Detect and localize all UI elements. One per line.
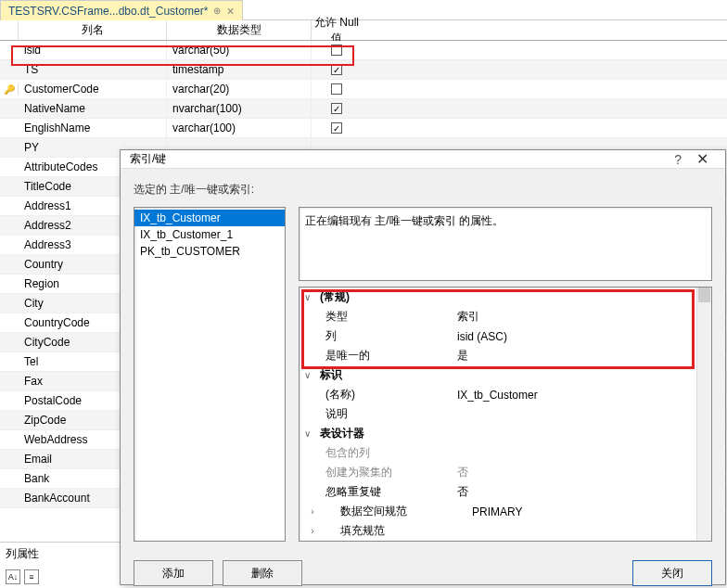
property-category: (常规) bbox=[314, 289, 350, 305]
header-allow-nulls[interactable]: 允许 Null 值 bbox=[312, 20, 362, 40]
chevron-right-icon[interactable]: › bbox=[300, 526, 314, 536]
property-key: 数据空间规范 bbox=[314, 504, 472, 519]
document-tab[interactable]: TESTSRV.CSFrame...dbo.dt_Customer* ⊕ × bbox=[0, 0, 243, 20]
description-box: 正在编辑现有 主/唯一键或索引 的属性。 bbox=[299, 207, 712, 281]
primary-key-icon: 🔑 bbox=[4, 84, 15, 95]
delete-button[interactable]: 删除 bbox=[223, 560, 302, 586]
property-row[interactable]: 类型索引 bbox=[300, 307, 711, 326]
property-key: 创建为聚集的 bbox=[300, 465, 457, 480]
header-data-type[interactable]: 数据类型 bbox=[167, 20, 312, 40]
cell-allow-nulls[interactable]: ✓ bbox=[312, 60, 362, 79]
cell-allow-nulls[interactable] bbox=[312, 41, 362, 59]
property-row[interactable]: 创建为聚集的否 bbox=[300, 463, 711, 482]
checkbox[interactable]: ✓ bbox=[331, 122, 342, 134]
cell-data-type[interactable]: nvarchar(100) bbox=[167, 99, 312, 118]
property-row[interactable]: 列isid (ASC) bbox=[300, 326, 711, 346]
index-list[interactable]: IX_tb_CustomerIX_tb_Customer_1PK_tb_CUST… bbox=[134, 207, 286, 542]
property-value[interactable]: 否 bbox=[457, 465, 711, 480]
list-label: 选定的 主/唯一键或索引: bbox=[134, 182, 712, 198]
add-button[interactable]: 添加 bbox=[134, 560, 213, 586]
cell-allow-nulls[interactable]: ✓ bbox=[312, 119, 362, 137]
cell-data-type[interactable]: varchar(100) bbox=[167, 119, 312, 137]
cell-data-type[interactable]: varchar(50) bbox=[167, 41, 312, 59]
chevron-down-icon[interactable]: ∨ bbox=[300, 370, 314, 380]
chevron-down-icon[interactable]: ∨ bbox=[300, 292, 314, 302]
tab-bar: TESTSRV.CSFrame...dbo.dt_Customer* ⊕ × bbox=[0, 0, 727, 20]
table-row[interactable]: isidvarchar(50) bbox=[0, 41, 727, 60]
property-row[interactable]: 忽略重复键否 bbox=[300, 482, 711, 502]
column-properties-panel: 列属性 A↓ ≡ bbox=[0, 542, 121, 588]
property-row[interactable]: (名称)IX_tb_Customer bbox=[300, 385, 711, 404]
help-icon[interactable]: ? bbox=[667, 152, 689, 167]
property-value[interactable]: IX_tb_Customer bbox=[457, 389, 711, 402]
scrollbar[interactable] bbox=[696, 288, 711, 541]
checkbox[interactable] bbox=[331, 45, 342, 56]
sort-icon[interactable]: A↓ bbox=[6, 569, 20, 584]
index-list-item[interactable]: IX_tb_Customer_1 bbox=[134, 226, 285, 243]
index-list-item[interactable]: PK_tb_CUSTOMER bbox=[134, 243, 285, 260]
table-row[interactable]: EnglishNamevarchar(100)✓ bbox=[0, 119, 727, 138]
property-key: 填充规范 bbox=[314, 523, 472, 539]
column-properties-title: 列属性 bbox=[0, 542, 121, 566]
checkbox[interactable]: ✓ bbox=[331, 64, 342, 75]
table-row[interactable]: NativeNamenvarchar(100)✓ bbox=[0, 99, 727, 119]
close-button[interactable]: 关闭 bbox=[632, 560, 712, 586]
property-value[interactable]: PRIMARY bbox=[472, 505, 711, 518]
property-row[interactable]: ›填充规范 bbox=[300, 521, 711, 541]
table-row[interactable]: TStimestamp✓ bbox=[0, 60, 727, 80]
property-key: 包含的列 bbox=[300, 445, 457, 461]
category-icon[interactable]: ≡ bbox=[24, 569, 39, 584]
cell-column-name[interactable]: NativeName bbox=[19, 99, 167, 118]
table-row[interactable]: 🔑CustomerCodevarchar(20) bbox=[0, 80, 727, 99]
cell-allow-nulls[interactable] bbox=[312, 80, 362, 98]
property-key: 忽略重复键 bbox=[300, 484, 457, 500]
cell-column-name[interactable]: TS bbox=[19, 60, 167, 79]
property-row[interactable]: 包含的列 bbox=[300, 443, 711, 463]
property-value[interactable]: isid (ASC) bbox=[457, 330, 711, 343]
property-key: 是唯一的 bbox=[300, 348, 457, 364]
property-row[interactable]: 说明 bbox=[300, 404, 711, 424]
cell-column-name[interactable]: EnglishName bbox=[19, 119, 167, 137]
property-key: (名称) bbox=[300, 387, 457, 403]
grid-header: 列名 数据类型 允许 Null 值 bbox=[0, 20, 727, 41]
property-value[interactable]: 是 bbox=[457, 348, 711, 364]
cell-data-type[interactable]: timestamp bbox=[167, 60, 312, 79]
dialog-title-text: 索引/键 bbox=[130, 151, 667, 167]
property-grid[interactable]: ∨(常规)类型索引列isid (ASC)是唯一的是∨标识(名称)IX_tb_Cu… bbox=[299, 287, 712, 542]
cell-column-name[interactable]: CustomerCode bbox=[19, 80, 167, 98]
property-row[interactable]: 是唯一的是 bbox=[300, 346, 711, 365]
dialog-titlebar: 索引/键 ? ✕ bbox=[121, 150, 725, 169]
property-category: 表设计器 bbox=[314, 426, 364, 441]
index-list-item[interactable]: IX_tb_Customer bbox=[134, 210, 285, 226]
property-row[interactable]: ›数据空间规范PRIMARY bbox=[300, 502, 711, 521]
chevron-down-icon[interactable]: ∨ bbox=[300, 428, 314, 439]
checkbox[interactable] bbox=[331, 83, 342, 95]
tab-title: TESTSRV.CSFrame...dbo.dt_Customer* bbox=[8, 5, 208, 18]
dialog-close-icon[interactable]: ✕ bbox=[689, 150, 716, 168]
header-column-name[interactable]: 列名 bbox=[19, 20, 167, 40]
property-category: 标识 bbox=[314, 367, 342, 383]
property-value[interactable]: 索引 bbox=[457, 309, 711, 325]
cell-data-type[interactable]: varchar(20) bbox=[167, 80, 312, 98]
checkbox[interactable]: ✓ bbox=[331, 103, 342, 114]
cell-column-name[interactable]: isid bbox=[19, 41, 167, 59]
pin-icon[interactable]: ⊕ bbox=[213, 6, 221, 16]
property-key: 说明 bbox=[300, 406, 457, 422]
cell-allow-nulls[interactable]: ✓ bbox=[312, 99, 362, 118]
indexes-keys-dialog: 索引/键 ? ✕ 选定的 主/唯一键或索引: IX_tb_CustomerIX_… bbox=[120, 149, 726, 585]
close-icon[interactable]: × bbox=[226, 6, 234, 16]
property-key: 类型 bbox=[300, 309, 457, 325]
property-key: 列 bbox=[300, 328, 457, 344]
property-value[interactable]: 否 bbox=[457, 484, 711, 500]
chevron-right-icon[interactable]: › bbox=[300, 506, 314, 517]
